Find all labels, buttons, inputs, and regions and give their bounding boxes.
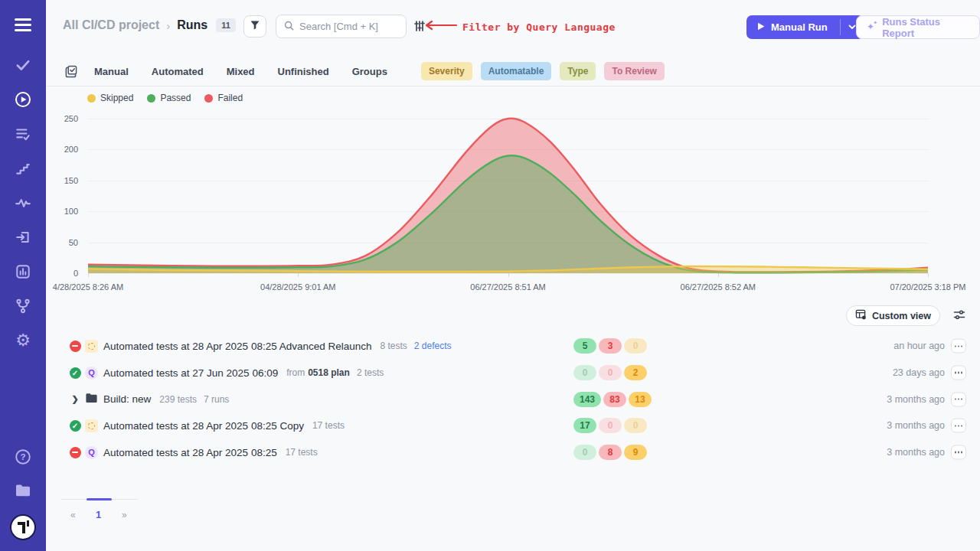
defects-link[interactable]: 2 defects <box>414 341 452 351</box>
status-failed-icon <box>70 341 81 352</box>
count-pill-green: 143 <box>573 392 601 407</box>
chip-severity[interactable]: Severity <box>421 62 472 80</box>
y-axis-tick: 100 <box>44 207 78 216</box>
run-row[interactable]: QAutomated tests at 27 Jun 2025 06:09fro… <box>0 360 980 386</box>
sidebar: ⚙ ? <box>0 0 46 551</box>
manual-run-button[interactable]: Manual Run <box>746 15 840 39</box>
x-axis-tick: 07/20/2025 3:18 PM <box>890 282 965 292</box>
legend-item-failed[interactable]: Failed <box>204 93 243 103</box>
breadcrumb: All CI/CD project › Runs 11 <box>63 18 236 32</box>
tab-automated[interactable]: Automated <box>152 66 204 77</box>
count-pill-red: 3 <box>599 338 622 354</box>
run-meta-item: 239 tests <box>159 394 197 405</box>
hamburger-icon[interactable] <box>15 18 31 31</box>
pagination-next[interactable]: » <box>122 510 127 520</box>
count-pill-yellow: 0 <box>624 338 647 354</box>
run-type-slot <box>85 419 98 432</box>
tab-unfinished[interactable]: Unfinished <box>278 66 329 77</box>
tab-manual[interactable]: Manual <box>94 66 129 77</box>
count-pill-red: 0 <box>599 418 622 433</box>
x-axis-tick: 06/27/2025 8:51 AM <box>470 282 545 292</box>
sidebar-item-branches[interactable] <box>15 298 31 315</box>
sidebar-item-analytics[interactable] <box>15 263 31 280</box>
ellipsis-icon[interactable] <box>951 419 966 433</box>
run-timestamp: 23 days ago <box>893 367 945 378</box>
run-type-slot: Q <box>85 446 98 459</box>
count-pill-green: 17 <box>573 418 596 433</box>
breadcrumb-project[interactable]: All CI/CD project <box>63 18 159 32</box>
count-pill-green: 5 <box>573 338 596 354</box>
legend-item-passed[interactable]: Passed <box>147 93 191 103</box>
run-type-slot: Q <box>85 367 98 380</box>
funnel-icon <box>250 20 260 34</box>
ellipsis-icon[interactable] <box>951 366 966 380</box>
chip-automatable[interactable]: Automatable <box>481 62 552 80</box>
ellipsis-icon[interactable] <box>951 392 966 406</box>
sidebar-item-runs[interactable] <box>15 91 31 108</box>
search-box[interactable] <box>276 15 407 38</box>
page-title: Runs <box>177 18 207 32</box>
runs-status-report-button[interactable]: ✦✦ Runs Status Report <box>856 15 980 39</box>
sidebar-item-tests[interactable] <box>15 57 31 73</box>
tabs-host: ManualAutomatedMixedUnfinishedGroups <box>94 66 410 77</box>
run-meta: from0518 plan2 tests <box>286 367 384 378</box>
run-meta-item: 17 tests <box>286 447 318 458</box>
run-meta-item: 2 tests <box>357 367 384 378</box>
run-title: Build: new <box>103 393 151 405</box>
count-pill-red: 0 <box>599 365 622 380</box>
status-passed-icon <box>70 367 81 379</box>
run-timestamp: 3 months ago <box>887 420 945 431</box>
count-pill-yellow: 9 <box>624 445 647 460</box>
import-icon <box>15 229 31 246</box>
sidebar-item-milestones[interactable] <box>15 160 31 177</box>
sidebar-item-plans[interactable] <box>15 126 31 142</box>
sidebar-item-import[interactable] <box>15 229 31 246</box>
relaunch-icon <box>85 340 98 353</box>
sidebar-item-help[interactable]: ? <box>15 448 31 465</box>
tab-mixed[interactable]: Mixed <box>227 66 255 77</box>
ellipsis-icon[interactable] <box>951 339 966 354</box>
run-title: Automated tests at 27 Jun 2025 06:09 <box>103 367 278 379</box>
run-meta: 8 tests2 defects <box>381 341 452 351</box>
help-icon: ? <box>15 448 31 465</box>
sidebar-item-activity[interactable] <box>15 194 31 211</box>
annotation: Filter by Query Language <box>423 20 616 34</box>
run-type-slot <box>85 340 98 353</box>
testomat-logo[interactable] <box>11 516 34 539</box>
select-all-icon[interactable] <box>64 65 77 78</box>
chip-to-review[interactable]: To Review <box>604 62 664 80</box>
relaunch-icon <box>85 419 98 432</box>
legend-item-skipped[interactable]: Skipped <box>87 93 133 103</box>
count-pill-red: 83 <box>603 392 626 407</box>
y-axis-tick: 200 <box>44 145 78 154</box>
run-row[interactable]: QAutomated tests at 28 Apr 2025 08:2517 … <box>0 439 980 466</box>
custom-view-button[interactable]: Custom view <box>846 305 940 326</box>
view-settings-sliders-icon[interactable] <box>953 309 965 324</box>
runs-filter-tabs: ManualAutomatedMixedUnfinishedGroups Sev… <box>64 61 965 81</box>
pagination-active-indicator <box>87 498 112 500</box>
search-input[interactable] <box>299 21 398 32</box>
chevron-down-icon <box>848 23 856 31</box>
run-meta-item: 8 tests <box>381 341 407 351</box>
ellipsis-icon[interactable] <box>951 445 966 460</box>
count-pill-green: 0 <box>573 445 596 460</box>
logo-t-tick <box>27 520 29 527</box>
custom-view-icon <box>855 309 867 322</box>
sidebar-item-projects[interactable] <box>15 482 31 499</box>
x-axis-tick: 4/28/2025 8:26 AM <box>53 282 123 292</box>
folder-icon <box>85 392 98 407</box>
run-row[interactable]: Automated tests at 28 Apr 2025 08:25 Cop… <box>0 412 980 439</box>
run-row[interactable]: ❯Build: new239 tests7 runs14383133 month… <box>0 386 980 412</box>
run-row[interactable]: Automated tests at 28 Apr 2025 08:25 Adv… <box>0 333 980 360</box>
run-meta-item: from <box>286 367 305 378</box>
pagination-prev[interactable]: « <box>70 510 76 520</box>
chevron-right-icon[interactable]: ❯ <box>71 394 78 404</box>
run-counts: 530 <box>573 338 647 354</box>
pulse-icon <box>15 194 31 211</box>
manual-run-label: Manual Run <box>771 21 828 33</box>
pagination-page-1[interactable]: 1 <box>96 509 101 520</box>
filter-button[interactable] <box>243 15 266 37</box>
chip-type[interactable]: Type <box>560 62 596 80</box>
tab-groups[interactable]: Groups <box>352 66 387 77</box>
sidebar-item-settings[interactable]: ⚙ <box>15 332 31 349</box>
